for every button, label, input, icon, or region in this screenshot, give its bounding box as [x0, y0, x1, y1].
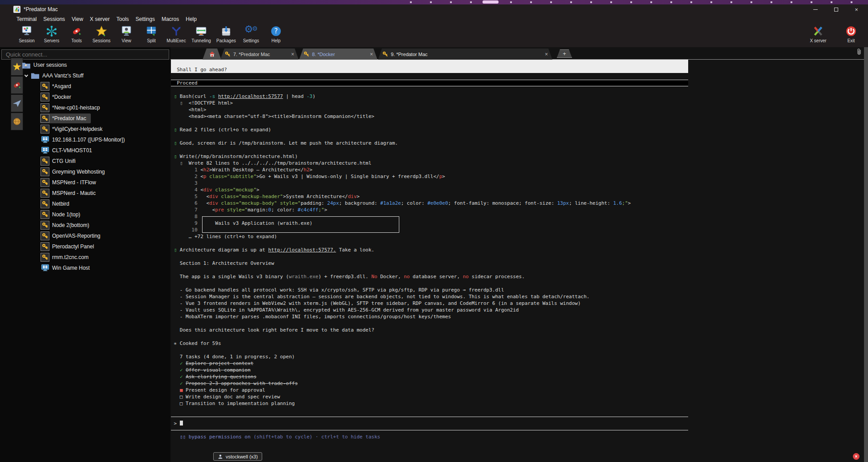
session-item[interactable]: Netbird — [0, 199, 170, 209]
quick-connect-input[interactable] — [1, 49, 169, 60]
tree-group-label: AAA Vantz's Stuff — [42, 73, 84, 79]
close-button[interactable]: × — [849, 4, 864, 14]
toolbar-session-button[interactable]: Session — [14, 24, 39, 47]
terminal-tab-bar: 7. *Predator Mac × 8. *Docker × 9. *Pred… — [170, 47, 864, 60]
menu-terminal[interactable]: Terminal — [16, 16, 37, 22]
key-icon — [41, 199, 49, 208]
sessions-tree: User sessions AAA Vantz's Stuff *Asgard … — [0, 60, 170, 273]
paperclip-icon[interactable] — [856, 48, 863, 56]
key-icon — [41, 253, 49, 262]
key-icon — [41, 231, 49, 240]
menu-settings[interactable]: Settings — [136, 16, 155, 22]
tab-close-icon[interactable]: × — [291, 51, 294, 57]
key-icon — [41, 210, 49, 219]
session-item[interactable]: CLT-VMHOST01 — [0, 145, 170, 156]
maximize-button[interactable] — [828, 4, 844, 14]
toolbar-packages-button[interactable]: Packages — [214, 24, 239, 47]
desktop-taskbar-strip — [0, 0, 868, 4]
key-icon — [41, 125, 49, 134]
tab-predator-mac-7[interactable]: 7. *Predator Mac × — [220, 49, 299, 60]
settings-gears-icon: ⚙⚙ — [245, 25, 257, 37]
session-item[interactable]: Greyming Webhosting — [0, 166, 170, 177]
session-item[interactable]: *Predator Mac — [0, 113, 170, 124]
multiexec-icon — [170, 25, 182, 37]
tree-root-label: User sessions — [33, 62, 67, 68]
toolbar-tools-button[interactable]: Tools — [64, 24, 89, 47]
key-icon — [41, 167, 49, 176]
menu-sessions[interactable]: Sessions — [43, 16, 65, 22]
session-icon — [21, 25, 32, 37]
packages-icon — [220, 25, 232, 37]
tree-group-row[interactable]: AAA Vantz's Stuff — [0, 70, 170, 81]
toolbar-settings-button[interactable]: ⚙⚙ Settings — [239, 24, 264, 47]
tab-close-icon[interactable]: × — [370, 51, 373, 57]
servers-icon — [46, 25, 57, 37]
toolbar-sessions-button[interactable]: Sessions — [89, 24, 114, 47]
menu-macros[interactable]: Macros — [162, 16, 179, 22]
key-icon — [41, 82, 49, 91]
menu-view[interactable]: View — [72, 16, 83, 22]
toolbar-view-button[interactable]: View — [114, 24, 139, 47]
xserver-icon — [812, 25, 824, 37]
rdp-monitor-icon — [41, 135, 49, 144]
new-tab-button[interactable]: + — [557, 49, 572, 58]
rdp-monitor-icon — [41, 263, 49, 272]
key-icon — [382, 51, 388, 57]
view-icon — [121, 25, 132, 37]
chevron-down-icon[interactable] — [24, 73, 28, 77]
session-item[interactable]: Pterodactyl Panel — [0, 241, 170, 252]
taskbar-icons-dots — [392, 1, 863, 3]
session-item[interactable]: Node 2(bottom) — [0, 220, 170, 231]
terminal-cursor — [180, 421, 183, 426]
toolbar-multiexec-button[interactable]: MultiExec — [164, 24, 189, 47]
toolbar-xserver-button[interactable]: X server — [806, 24, 831, 47]
session-item[interactable]: Win Game Host — [0, 263, 170, 273]
session-item[interactable]: MSPNerd - Mautic — [0, 188, 170, 199]
toolbar-tunneling-button[interactable]: Tunneling — [189, 24, 214, 47]
session-item[interactable]: *New-cp01-heistacp — [0, 102, 170, 113]
user-session-label: vstockwell (x3) — [226, 454, 258, 459]
session-item[interactable]: *Docker — [0, 92, 170, 102]
rdp-monitor-icon — [41, 146, 49, 155]
toolbar-servers-button[interactable]: Servers — [39, 24, 64, 47]
sessions-sidebar: ★ User sessions AAA Vantz's Stuff — [0, 47, 170, 462]
tree-root-user-sessions[interactable]: User sessions — [0, 60, 170, 70]
tab-predator-mac-9[interactable]: 9. *Predator Mac × — [378, 49, 552, 60]
toolbar-split-button[interactable]: Split — [139, 24, 164, 47]
menu-help[interactable]: Help — [186, 16, 197, 22]
session-item[interactable]: rmm.t2cnc.com — [0, 252, 170, 263]
session-item[interactable]: *Asgard — [0, 81, 170, 92]
toolbar-help-button[interactable]: ? Help — [264, 24, 288, 47]
key-icon — [41, 178, 49, 187]
mobaxterm-app-icon — [13, 6, 20, 13]
key-icon — [41, 189, 49, 198]
minimize-button[interactable] — [808, 4, 823, 14]
user-session-button[interactable]: vstockwell (x3) — [213, 452, 262, 461]
terminal-pane[interactable]: Shall I go ahead? Proceed ▯ Bash(curl -s… — [170, 60, 864, 462]
home-icon — [209, 51, 215, 57]
tab-home[interactable] — [203, 49, 221, 60]
session-item[interactable]: 192.168.1.107 ([UPS-Monitor]) — [0, 134, 170, 145]
window-title: *Predator Mac — [24, 6, 58, 12]
tab-close-icon[interactable]: × — [545, 51, 548, 57]
menu-tools[interactable]: Tools — [117, 16, 129, 22]
window-chrome: *Predator Mac × Terminal Sessions View X… — [0, 4, 868, 47]
terminal-output: Shall I go ahead? Proceed ▯ Bash(curl -s… — [171, 60, 688, 440]
session-item[interactable]: OpenVAS-Reporting — [0, 231, 170, 241]
key-icon — [304, 51, 309, 57]
session-item[interactable]: Node 1(top) — [0, 209, 170, 220]
split-icon — [146, 25, 157, 37]
session-item[interactable]: CTG Unifi — [0, 156, 170, 166]
tools-icon — [71, 25, 82, 37]
key-icon — [225, 51, 231, 57]
tab-docker-8[interactable]: 8. *Docker × — [299, 49, 377, 60]
notification-close-icon[interactable]: × — [853, 453, 860, 460]
key-icon — [41, 93, 49, 101]
session-item[interactable]: MSPNerd - ITFlow — [0, 177, 170, 188]
toolbar-exit-button[interactable]: Exit — [839, 24, 864, 47]
title-bar: *Predator Mac × — [0, 4, 868, 14]
menu-bar: Terminal Sessions View X server Tools Se… — [0, 14, 868, 24]
menu-xserver[interactable]: X server — [90, 16, 110, 22]
session-item[interactable]: *VigilCyber-Helpdesk — [0, 124, 170, 134]
scrollbar[interactable] — [864, 47, 868, 462]
